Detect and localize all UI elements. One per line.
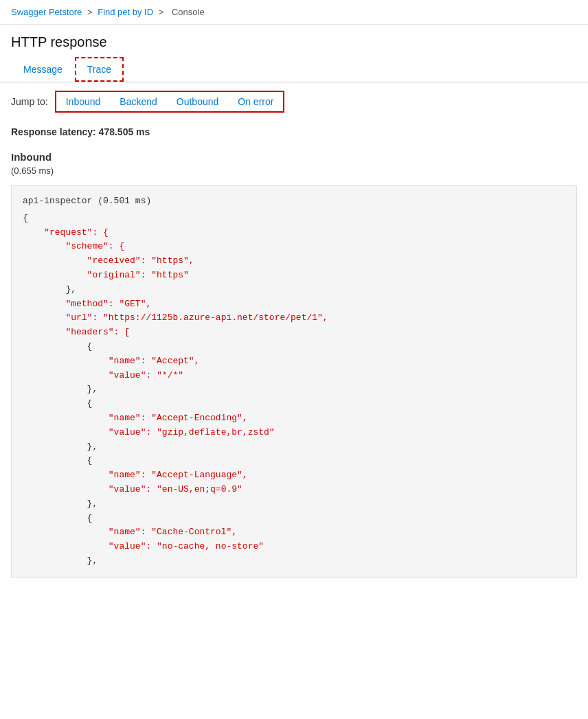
jump-link-outbound[interactable]: Outbound <box>172 95 223 109</box>
code-line: "original": "https" <box>23 269 565 283</box>
code-line: "value": "*/*" <box>23 369 565 383</box>
code-line: "received": "https", <box>23 254 565 269</box>
code-inspector-header: api-inspector (0.501 ms) <box>23 194 565 209</box>
code-block: api-inspector (0.501 ms) { "request": { … <box>11 185 577 578</box>
breadcrumb-sep-1: > <box>87 7 95 17</box>
code-line: "name": "Accept-Encoding", <box>23 411 565 426</box>
code-line: { <box>23 397 565 411</box>
code-line: }, <box>23 283 565 297</box>
code-line: }, <box>23 497 565 512</box>
jump-link-onerror[interactable]: On error <box>234 95 278 109</box>
code-line: "value": "no-cache, no-store" <box>23 540 565 554</box>
inbound-time: (0.655 ms) <box>0 164 588 180</box>
code-line: { <box>23 454 565 468</box>
tab-trace[interactable]: Trace <box>75 57 124 82</box>
code-line: "request": { <box>23 226 565 240</box>
code-line: "scheme": { <box>23 240 565 254</box>
tab-message[interactable]: Message <box>11 57 75 82</box>
code-line: "name": "Accept-Language", <box>23 468 565 483</box>
response-latency: Response latency: 478.505 ms <box>0 121 588 148</box>
code-line: "name": "Cache-Control", <box>23 525 565 540</box>
code-line: "value": "gzip,deflate,br,zstd" <box>23 426 565 440</box>
jump-to-label: Jump to: <box>11 96 48 107</box>
code-line: }, <box>23 554 565 569</box>
jump-links-box: Inbound Backend Outbound On error <box>55 91 285 113</box>
code-line: }, <box>23 440 565 455</box>
breadcrumb-petstore[interactable]: Swagger Petstore <box>11 7 82 17</box>
breadcrumb-findpet[interactable]: Find pet by ID <box>98 7 153 17</box>
code-line: }, <box>23 383 565 397</box>
code-line: "method": "GET", <box>23 297 565 312</box>
code-line: { <box>23 212 565 226</box>
jump-link-inbound[interactable]: Inbound <box>62 95 105 109</box>
tabs-row: Message Trace <box>0 57 588 82</box>
code-line: "headers": [ <box>23 326 565 340</box>
code-line: "url": "https://1125b.azure-api.net/stor… <box>23 311 565 326</box>
jump-link-backend[interactable]: Backend <box>115 95 161 109</box>
code-line: "value": "en-US,en;q=0.9" <box>23 483 565 497</box>
code-line: { <box>23 512 565 526</box>
breadcrumb-console: Console <box>172 7 205 17</box>
breadcrumb-sep-2: > <box>159 7 166 17</box>
code-line: "name": "Accept", <box>23 354 565 369</box>
breadcrumb: Swagger Petstore > Find pet by ID > Cons… <box>0 0 588 25</box>
section-inbound: Inbound <box>0 148 588 164</box>
jump-to-row: Jump to: Inbound Backend Outbound On err… <box>0 82 588 121</box>
page-title: HTTP response <box>0 25 588 57</box>
code-line: { <box>23 340 565 354</box>
